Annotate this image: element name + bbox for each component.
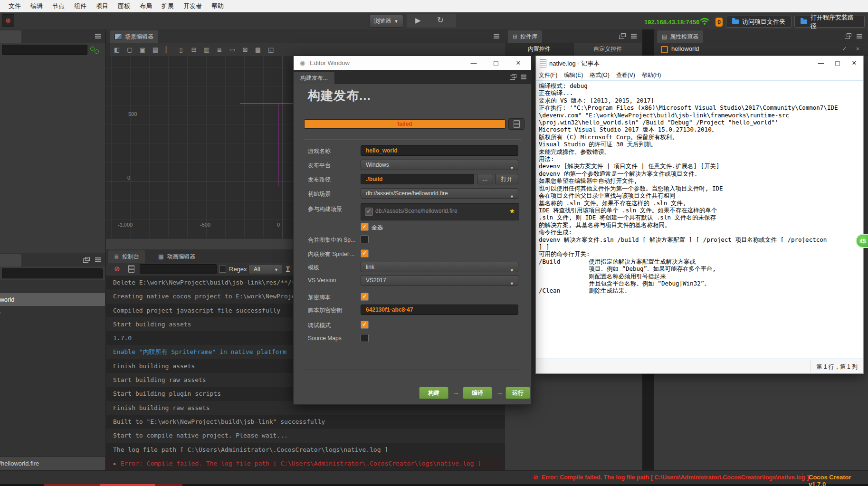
panel-menu-icon[interactable] <box>857 34 862 35</box>
builtin-widgets-button[interactable]: 内置控件 <box>505 43 574 56</box>
scene-toolbar-icon[interactable]: ▭ <box>228 46 237 53</box>
assets-search-input[interactable] <box>2 268 103 278</box>
scene-list-box[interactable]: db://assets/Scene/helloworld.fire ★ <box>361 203 519 220</box>
log-level-dropdown[interactable]: All ▼ <box>248 264 282 274</box>
menu-item[interactable]: 文件 <box>4 2 26 10</box>
menu-item[interactable]: 开发者 <box>179 2 207 10</box>
expand-arrow-icon[interactable]: ▸ <box>113 460 117 467</box>
tree-item[interactable]: assets <box>0 280 105 293</box>
menu-item[interactable]: 项目 <box>91 2 113 10</box>
dialog-title-bar[interactable]: ◉ Editor Window — ▢ ✕ <box>294 56 531 70</box>
panel-menu-icon[interactable] <box>631 34 637 35</box>
notepad-menu-item[interactable]: 格式(O) <box>590 71 609 79</box>
notepad-menu-item[interactable]: 查看(V) <box>616 71 635 79</box>
inspector-tab[interactable]: ▤ 属性检查器 <box>657 30 703 43</box>
popout-icon[interactable] <box>83 258 88 263</box>
clear-console-icon[interactable]: ⊘ <box>114 265 120 273</box>
scene-toolbar-icon[interactable]: ≣ <box>215 46 224 53</box>
scene-editor-tab[interactable]: 场景编辑器 <box>110 30 158 43</box>
open-path-button[interactable]: 打开 <box>495 174 518 184</box>
assets-tab[interactable]: 资源管理器 <box>0 254 21 267</box>
panel-menu-icon[interactable] <box>494 34 499 35</box>
tab-animation-editor[interactable]: ▦ 动画编辑器 <box>153 250 201 263</box>
menu-item[interactable]: 节点 <box>48 2 69 10</box>
scene-toolbar-icon[interactable]: ◧ <box>113 46 121 53</box>
select-all-checkbox[interactable] <box>361 223 369 231</box>
scene-toolbar-icon[interactable]: ▏ <box>164 46 172 53</box>
template-select[interactable]: link ▼ <box>361 262 518 272</box>
scene-toolbar-icon[interactable]: ◱ <box>267 46 275 53</box>
scene-toolbar-icon[interactable]: ⊟ <box>190 46 198 53</box>
status-error-text[interactable]: Error: Compile failed. The log file path… <box>542 474 809 481</box>
preview-target-dropdown[interactable]: 浏览器 ▼ <box>369 15 403 28</box>
notepad-menu-item[interactable]: 编辑(E) <box>564 71 583 79</box>
minimize-button[interactable]: — <box>813 56 829 70</box>
scene-item-checkbox[interactable] <box>365 208 373 216</box>
run-button[interactable]: 运行 <box>506 387 530 399</box>
hierarchy-tab[interactable]: 层级管理器 <box>0 30 21 43</box>
menu-item[interactable]: 扩展 <box>157 2 179 10</box>
hierarchy-search-input[interactable] <box>2 45 87 55</box>
open-project-folder-button[interactable]: 访问项目文件夹 <box>726 16 792 28</box>
notepad-title-bar[interactable]: native.log - 记事本 — ▢ ✕ <box>536 56 863 70</box>
menu-item[interactable]: 布局 <box>135 2 157 10</box>
close-icon[interactable]: × <box>856 45 859 52</box>
tree-item[interactable]: Scene <box>0 306 105 319</box>
merge-sp-checkbox[interactable] <box>361 235 369 243</box>
minimize-button[interactable]: — <box>467 58 481 68</box>
build-tab[interactable]: 构建发布... <box>294 72 334 84</box>
scene-toolbar-icon[interactable]: ▯ <box>177 46 185 53</box>
transform-tool-button[interactable]: ⊕ <box>2 14 14 27</box>
build-button[interactable]: 构建 <box>419 387 448 399</box>
popout-icon[interactable] <box>510 76 515 80</box>
apply-icon[interactable]: ✓ <box>842 45 847 52</box>
floating-overlay-badge[interactable]: 45 <box>856 234 868 248</box>
close-button[interactable]: ✕ <box>846 56 862 70</box>
compile-button[interactable]: 编译 <box>463 387 492 399</box>
menu-item[interactable]: 组件 <box>69 2 91 10</box>
scene-toolbar-icon[interactable]: ▦ <box>254 46 262 53</box>
panel-menu-icon[interactable] <box>95 34 101 35</box>
notepad-menu-item[interactable]: 文件(F) <box>539 71 557 79</box>
widget-library-tab[interactable]: ⊞ 控件库 <box>508 30 542 43</box>
open-install-path-button[interactable]: 打开程序安装路径 <box>794 16 865 28</box>
panel-menu-icon[interactable] <box>521 75 526 76</box>
key-input[interactable]: 642130f1-abc8-47 <box>361 305 518 315</box>
popout-icon[interactable] <box>619 35 624 39</box>
maximize-button[interactable]: ▢ <box>830 56 846 70</box>
time-toggle[interactable]: T <box>286 265 290 272</box>
maximize-button[interactable]: ▢ <box>489 58 503 68</box>
sourcemaps-checkbox[interactable] <box>361 334 369 342</box>
start-scene-select[interactable]: db://assets/Scene/helloworld.fire ▼ <box>361 188 518 199</box>
notepad-menu-item[interactable]: 帮助(H) <box>642 71 661 79</box>
inline-sf-checkbox[interactable] <box>361 249 369 257</box>
menu-item[interactable]: 编辑 <box>26 2 48 10</box>
scene-toolbar-icon[interactable]: ▥ <box>202 46 211 53</box>
menu-item[interactable]: 面板 <box>113 2 135 10</box>
open-build-log-button[interactable] <box>508 118 525 130</box>
open-log-file-icon[interactable] <box>128 265 134 273</box>
notepad-content[interactable]: 编译模式: debug正在编译...要求的 VS 版本: [2013, 2015… <box>536 81 863 360</box>
game-name-input[interactable]: hello_world <box>361 145 518 156</box>
debug-checkbox[interactable] <box>361 321 369 329</box>
refresh-icon[interactable]: ↻ <box>437 15 444 25</box>
browse-button[interactable]: … <box>477 174 493 184</box>
vs-version-select[interactable]: VS2017 ▼ <box>361 275 518 286</box>
scene-toolbar-icon[interactable]: ▤ <box>151 46 160 53</box>
platform-select[interactable]: Windows ▼ <box>361 160 518 170</box>
notification-badge[interactable]: 0 <box>715 18 723 27</box>
scene-toolbar-icon[interactable]: ▣ <box>138 46 147 53</box>
tree-item-selected[interactable]: helloworld <box>0 293 105 306</box>
popout-icon[interactable] <box>845 35 850 39</box>
link-icon[interactable] <box>95 49 99 54</box>
panel-menu-icon[interactable] <box>95 257 101 258</box>
console-filter-input[interactable] <box>140 264 217 274</box>
scene-toolbar-icon[interactable]: ▢ <box>125 46 134 53</box>
encrypt-checkbox[interactable] <box>361 293 369 301</box>
link-icon[interactable] <box>90 47 95 51</box>
scene-toolbar-icon[interactable]: ⊠ <box>241 46 249 53</box>
play-icon[interactable]: ▶ <box>415 16 421 25</box>
tab-console[interactable]: ≣ 控制台 <box>108 250 145 263</box>
regex-checkbox[interactable] <box>219 266 226 273</box>
menu-item[interactable]: 帮助 <box>207 2 229 10</box>
